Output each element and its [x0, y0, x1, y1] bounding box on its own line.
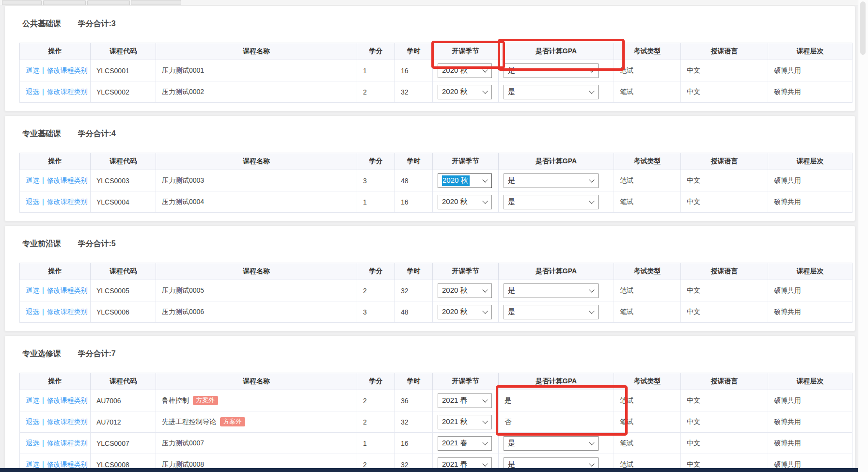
modify-category-link[interactable]: 修改课程类别 [47, 88, 88, 95]
link-separator: | [42, 308, 44, 315]
season-select[interactable]: 2021 秋 [438, 415, 492, 429]
gpa-select[interactable]: 是 [504, 305, 599, 319]
table-row: 退选|修改课程类别 YLCS0003 压力测试0003 3 48 2020 秋 … [20, 170, 852, 191]
course-credits: 1 [357, 191, 395, 213]
withdraw-link[interactable]: 退选 [26, 308, 39, 315]
modify-category-link[interactable]: 修改课程类别 [47, 176, 88, 184]
course-table: 操作 课程代码 课程名称 学分 学时 开课季节 是否计算GPA 考试类型 授课语… [19, 373, 852, 472]
withdraw-link[interactable]: 退选 [26, 88, 39, 95]
course-hours: 32 [395, 411, 433, 433]
withdraw-link[interactable]: 退选 [26, 396, 39, 404]
season-select[interactable]: 2020 秋 [438, 283, 492, 298]
withdraw-link[interactable]: 退选 [26, 176, 39, 184]
chevron-down-icon [482, 418, 488, 424]
withdraw-link[interactable]: 退选 [26, 198, 39, 205]
gpa-select-value: 是 [508, 87, 515, 96]
course-name: 鲁棒控制方案外 [156, 390, 357, 411]
course-level: 硕博共用 [768, 81, 852, 103]
course-hours: 36 [395, 390, 433, 411]
gpa-select[interactable]: 是 [504, 195, 599, 209]
top-tab-stub-2[interactable] [43, 0, 86, 5]
modify-category-link[interactable]: 修改课程类别 [47, 66, 88, 74]
modify-category-link[interactable]: 修改课程类别 [47, 198, 88, 205]
col-level: 课程层次 [768, 373, 852, 390]
season-select[interactable]: 2020 秋 [438, 195, 492, 209]
course-hours: 48 [395, 301, 433, 323]
chevron-down-icon [589, 177, 594, 182]
season-select-value: 2020 秋 [442, 197, 468, 206]
course-language: 中文 [681, 60, 768, 81]
col-hours: 学时 [395, 43, 433, 60]
gpa-select[interactable]: 是 [504, 436, 599, 451]
modify-category-link[interactable]: 修改课程类别 [47, 439, 88, 447]
course-credits: 2 [357, 81, 395, 103]
modify-category-link[interactable]: 修改课程类别 [47, 418, 88, 425]
footer-bar [0, 468, 868, 472]
scrollbar-thumb[interactable] [860, 1, 866, 55]
course-level: 硕博共用 [768, 191, 852, 213]
link-separator: | [42, 66, 44, 74]
modify-category-link[interactable]: 修改课程类别 [47, 308, 88, 315]
table-row: 退选|修改课程类别 YLCS0004 压力测试0004 1 16 2020 秋 … [20, 191, 852, 213]
exam-type: 笔试 [614, 301, 681, 323]
credits-total-label: 学分合计:5 [78, 239, 115, 248]
top-tab-stub-1[interactable] [2, 0, 42, 5]
course-code: AU7006 [91, 390, 156, 411]
withdraw-link[interactable]: 退选 [26, 286, 39, 294]
season-select[interactable]: 2021 春 [438, 393, 492, 408]
withdraw-link[interactable]: 退选 [26, 418, 39, 425]
vertical-scrollbar[interactable] [858, 0, 868, 472]
chevron-down-icon [482, 198, 488, 204]
gpa-select[interactable]: 是 [504, 63, 599, 78]
table-row: 退选|修改课程类别 YLCS0001 压力测试0001 1 16 2020 秋 … [20, 60, 852, 81]
withdraw-link[interactable]: 退选 [26, 460, 39, 468]
link-separator: | [42, 286, 44, 294]
season-select-value: 2020 秋 [442, 87, 468, 96]
season-select[interactable]: 2021 春 [438, 436, 492, 451]
season-select[interactable]: 2020 秋 [438, 63, 492, 78]
course-credits: 3 [357, 170, 395, 191]
col-season: 开课季节 [433, 43, 499, 60]
course-table: 操作 课程代码 课程名称 学分 学时 开课季节 是否计算GPA 考试类型 授课语… [19, 263, 852, 323]
modify-category-link[interactable]: 修改课程类别 [47, 396, 88, 404]
col-name: 课程名称 [156, 373, 357, 390]
top-tab-stub-4[interactable] [131, 0, 181, 5]
exam-type: 笔试 [614, 433, 681, 454]
gpa-select[interactable]: 是 [504, 85, 599, 99]
season-select-value: 2020 秋 [442, 307, 468, 316]
col-credits: 学分 [357, 373, 395, 390]
chevron-down-icon [589, 461, 594, 466]
gpa-select[interactable]: 是 [504, 173, 599, 188]
col-credits: 学分 [357, 43, 395, 60]
modify-category-link[interactable]: 修改课程类别 [47, 286, 88, 294]
col-exam: 考试类型 [614, 263, 681, 280]
withdraw-link[interactable]: 退选 [26, 439, 39, 447]
modify-category-link[interactable]: 修改课程类别 [47, 460, 88, 468]
season-select[interactable]: 2020 秋 [438, 305, 492, 319]
section-card-major-elective: 专业选修课 学分合计:7 操作 课程代码 课程名称 学分 学时 开课季节 是否计… [4, 335, 855, 472]
course-language: 中文 [681, 170, 768, 191]
course-name: 压力测试0002 [156, 81, 357, 103]
chevron-down-icon [482, 287, 488, 292]
col-language: 授课语言 [681, 373, 768, 390]
gpa-select-value: 是 [508, 197, 515, 206]
gpa-value-text: 是 [499, 390, 614, 411]
col-language: 授课语言 [681, 263, 768, 280]
course-credits: 1 [357, 60, 395, 81]
course-name: 压力测试0006 [156, 301, 357, 323]
exam-type: 笔试 [614, 191, 681, 213]
top-tab-stub-3[interactable] [87, 0, 130, 5]
withdraw-link[interactable]: 退选 [26, 66, 39, 74]
course-code: YLCS0007 [91, 433, 156, 454]
gpa-select[interactable]: 是 [504, 283, 599, 298]
course-code: AU7012 [91, 411, 156, 433]
season-select[interactable]: 2020 秋 [438, 85, 492, 99]
col-credits: 学分 [357, 263, 395, 280]
course-name: 压力测试0004 [156, 191, 357, 213]
col-hours: 学时 [395, 153, 433, 170]
link-separator: | [42, 396, 44, 404]
season-select-focused[interactable]: 2020 秋 [438, 173, 492, 188]
gpa-select-value: 是 [508, 286, 515, 295]
chevron-down-icon [482, 88, 488, 94]
course-table: 操作 课程代码 课程名称 学分 学时 开课季节 是否计算GPA 考试类型 授课语… [19, 43, 852, 103]
